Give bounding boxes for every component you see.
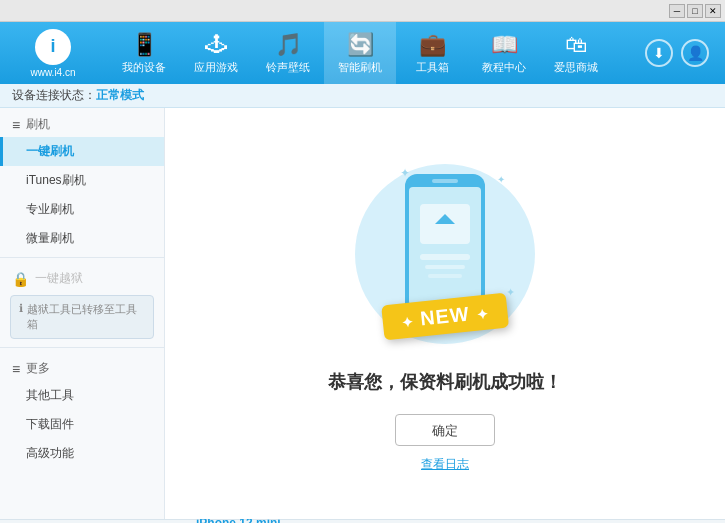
apps-games-icon: 🕹 (205, 32, 227, 58)
lock-icon: 🔒 (12, 271, 29, 287)
minimize-button[interactable]: ─ (669, 4, 685, 18)
svg-rect-3 (432, 179, 458, 183)
sidebar-item-download-firmware[interactable]: 下载固件 (0, 410, 164, 439)
download-button[interactable]: ⬇ (645, 39, 673, 67)
sidebar-section-jailbreak: 🔒 一键越狱 (0, 262, 164, 291)
device-status-label: 设备连接状态： (12, 87, 96, 104)
shop-icon: 🛍 (565, 32, 587, 58)
header: i www.i4.cn 📱 我的设备 🕹 应用游戏 🎵 铃声壁纸 🔄 智能刷机 … (0, 22, 725, 84)
history-link[interactable]: 查看日志 (421, 456, 469, 473)
nav-item-tutorial-label: 教程中心 (482, 60, 526, 75)
smart-shop-icon: 🔄 (347, 32, 374, 58)
nav-items: 📱 我的设备 🕹 应用游戏 🎵 铃声壁纸 🔄 智能刷机 💼 工具箱 📖 教程中心… (108, 22, 645, 84)
my-device-icon: 📱 (131, 32, 158, 58)
sidebar-item-other-tools[interactable]: 其他工具 (0, 381, 164, 410)
more-section-icon: ≡ (12, 361, 20, 377)
nav-right: ⬇ 👤 (645, 39, 717, 67)
sidebar-disabled-notice: ℹ 越狱工具已转移至工具箱 (10, 295, 154, 339)
sidebar-item-pro-flash[interactable]: 专业刷机 (0, 195, 164, 224)
sidebar-divider-1 (0, 257, 164, 258)
disabled-notice-text: 越狱工具已转移至工具箱 (27, 302, 145, 332)
device-status-bar: 设备连接状态： 正常模式 (0, 84, 725, 108)
nav-item-smart-shop-label: 智能刷机 (338, 60, 382, 75)
nav-item-smart-shop[interactable]: 🔄 智能刷机 (324, 22, 396, 84)
new-text: NEW (419, 302, 477, 330)
sidebar-item-advanced[interactable]: 高级功能 (0, 439, 164, 468)
svg-rect-7 (425, 265, 465, 269)
confirm-button[interactable]: 确定 (395, 414, 495, 446)
nav-item-toolbox-label: 工具箱 (416, 60, 449, 75)
sidebar-section-more: ≡ 更多 (0, 352, 164, 381)
sidebar-item-one-click-flash[interactable]: 一键刷机 (0, 137, 164, 166)
sidebar-section-more-label: 更多 (26, 360, 50, 377)
sidebar-item-itunes-flash[interactable]: iTunes刷机 (0, 166, 164, 195)
status-bar: 自动敏束 跳过向导 📱 iPhone 12 mini 64GB Down-12m… (0, 519, 725, 523)
new-star-left: ✦ (400, 313, 415, 330)
toolbox-icon: 💼 (419, 32, 446, 58)
logo-icon: i (35, 29, 71, 65)
nav-item-my-device[interactable]: 📱 我的设备 (108, 22, 180, 84)
svg-rect-6 (420, 254, 470, 260)
nav-item-apps-games-label: 应用游戏 (194, 60, 238, 75)
sidebar-section-jailbreak-label: 一键越狱 (35, 270, 83, 287)
sparkle-2: ✦ (497, 174, 505, 185)
nav-item-wallpaper[interactable]: 🎵 铃声壁纸 (252, 22, 324, 84)
disabled-notice-icon: ℹ (19, 302, 23, 315)
main-layout: ≡ 刷机 一键刷机 iTunes刷机 专业刷机 微量刷机 🔒 一键越狱 ℹ 越狱… (0, 108, 725, 519)
sidebar-section-flash-label: 刷机 (26, 116, 50, 133)
new-star-right: ✦ (476, 305, 491, 322)
user-button[interactable]: 👤 (681, 39, 709, 67)
close-button[interactable]: ✕ (705, 4, 721, 18)
sidebar-divider-2 (0, 347, 164, 348)
tutorial-icon: 📖 (491, 32, 518, 58)
success-illustration: ✦ ✦ ✦ ✦ NEW (345, 154, 545, 354)
sidebar-item-save-flash[interactable]: 微量刷机 (0, 224, 164, 253)
sidebar-section-flash: ≡ 刷机 (0, 108, 164, 137)
nav-item-shop-label: 爱思商城 (554, 60, 598, 75)
sidebar: ≡ 刷机 一键刷机 iTunes刷机 专业刷机 微量刷机 🔒 一键越狱 ℹ 越狱… (0, 108, 165, 519)
nav-item-wallpaper-label: 铃声壁纸 (266, 60, 310, 75)
content-area: ✦ ✦ ✦ ✦ NEW (165, 108, 725, 519)
title-bar: ─ □ ✕ (0, 0, 725, 22)
nav-item-apps-games[interactable]: 🕹 应用游戏 (180, 22, 252, 84)
logo[interactable]: i www.i4.cn (8, 28, 98, 78)
restore-button[interactable]: □ (687, 4, 703, 18)
wallpaper-icon: 🎵 (275, 32, 302, 58)
success-text: 恭喜您，保资料刷机成功啦！ (328, 370, 562, 394)
nav-item-tutorial[interactable]: 📖 教程中心 (468, 22, 540, 84)
flash-section-icon: ≡ (12, 117, 20, 133)
logo-url: www.i4.cn (30, 67, 75, 78)
svg-rect-8 (428, 274, 462, 278)
device-status-value: 正常模式 (96, 87, 144, 104)
nav-item-my-device-label: 我的设备 (122, 60, 166, 75)
sparkle-3: ✦ (506, 286, 515, 299)
nav-item-shop[interactable]: 🛍 爱思商城 (540, 22, 612, 84)
nav-item-toolbox[interactable]: 💼 工具箱 (396, 22, 468, 84)
